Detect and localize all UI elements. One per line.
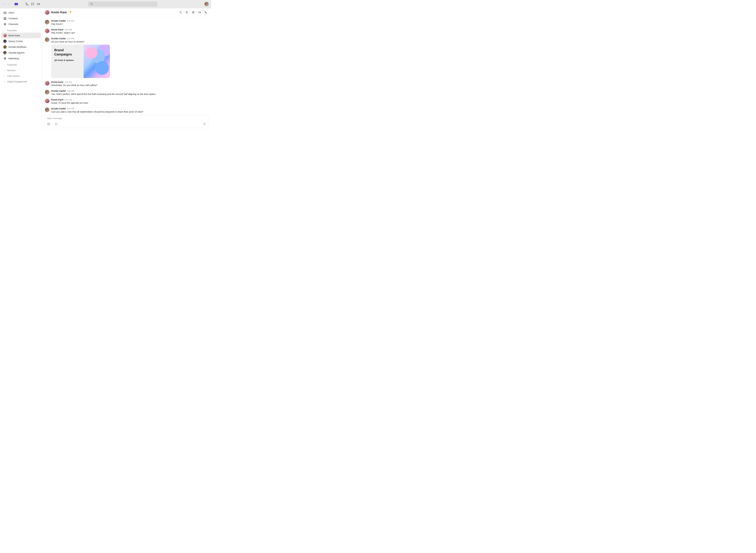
composer-input[interactable]: [47, 117, 206, 120]
message-list[interactable]: Kristin Carlel4:54 PM Hey Kevin! Kevin K…: [42, 16, 211, 115]
message-time: 4:54 PM: [65, 28, 72, 31]
current-user-avatar[interactable]: [204, 2, 209, 6]
message: Kevin Kare4:54 PM Hey Kristin, what's up…: [45, 27, 208, 36]
message-time: 4:54 PM: [67, 107, 74, 110]
attachment-subtitle: Q4 Goals & Updates: [54, 59, 81, 61]
message: Kevin Kare4:54 PM Absolutely. Do you thi…: [45, 80, 208, 89]
call-icon[interactable]: [24, 1, 29, 7]
sidebar-item-label: Kevin Kare: [8, 34, 20, 37]
presence-dot: [5, 53, 7, 55]
svg-point-10: [55, 123, 57, 125]
start-call-button[interactable]: [203, 10, 208, 15]
section-call-centers[interactable]: Call Centers: [1, 73, 41, 78]
section-channels[interactable]: Channels: [1, 61, 41, 67]
section-label: Recents: [7, 69, 15, 72]
chevron-up-icon: [3, 75, 6, 77]
avatar: [45, 37, 50, 42]
app-topbar: [0, 0, 211, 8]
attachment-card[interactable]: Brand CampaignsQ4 Goals & Updates: [51, 45, 110, 78]
nav-label: Contacts: [8, 17, 18, 20]
avatar: [3, 40, 7, 43]
svg-point-1: [90, 3, 92, 5]
topbar-quick-actions: [24, 1, 41, 7]
message-text: Great, I'll send the agenda out now!: [51, 101, 208, 104]
section-label: Digital Engagement: [7, 80, 27, 83]
section-digital-engagement[interactable]: Digital Engagement: [1, 78, 41, 84]
star-icon[interactable]: [69, 11, 72, 14]
section-recents[interactable]: Recents: [1, 67, 41, 73]
send-button[interactable]: [203, 123, 206, 126]
message: Kristin Carlel4:54 PM Can you add a note…: [45, 106, 208, 115]
avatar: [45, 81, 50, 85]
conversation-header: Kevin Kare: [42, 8, 211, 16]
message-text: Do you have an hour to review?: [51, 40, 208, 43]
inbox-icon: [3, 11, 7, 14]
conversation-pane: Kevin Kare Kristin Carlel4:54 PM Hey Kev…: [42, 8, 211, 131]
attachment-title: Brand Campaigns: [54, 48, 81, 56]
message-sender: Kevin Kare: [51, 28, 63, 31]
message-text: Absolutely. Do you think an hour will su…: [51, 84, 208, 87]
section-label: Favorites: [7, 29, 17, 32]
svg-rect-7: [198, 12, 200, 13]
favorite-channel-marketing[interactable]: Marketing: [1, 56, 41, 61]
traffic-light[interactable]: [5, 3, 7, 5]
message-sender: Kristin Carlel: [51, 19, 66, 22]
global-search[interactable]: [88, 2, 157, 7]
app-logo: [14, 2, 18, 6]
search-in-chat-button[interactable]: [178, 10, 183, 15]
chevron-up-icon: [3, 64, 6, 66]
search-icon: [90, 2, 93, 6]
add-people-button[interactable]: [184, 10, 189, 15]
traffic-light[interactable]: [2, 3, 4, 5]
sidebar-item-kevin[interactable]: Kevin Kare: [1, 32, 41, 38]
avatar: [45, 28, 50, 33]
nav-channels[interactable]: Channels: [1, 21, 41, 27]
sidebar-item-label: Danny Cortes: [8, 40, 23, 43]
search-input[interactable]: [94, 3, 155, 5]
message-time: 4:54 PM: [67, 90, 74, 92]
avatar: [45, 107, 50, 112]
message-text: Hey Kristin, what's up?: [51, 31, 208, 34]
hash-icon: [3, 22, 7, 26]
message: Kristin Carlel4:54 PM Hey Kevin!: [45, 19, 208, 27]
presence-dot: [207, 5, 209, 6]
divider: [52, 123, 53, 126]
message-text: Hey Kevin!: [51, 22, 208, 25]
sidebar: Inbox Contacts Channels Favorites Kevin …: [0, 8, 42, 131]
sidebar-item-danny[interactable]: Danny Cortes: [1, 38, 41, 44]
conversation-avatar[interactable]: [45, 10, 50, 15]
avatar: [3, 51, 7, 54]
start-video-button[interactable]: [197, 10, 202, 15]
chevron-up-icon: [3, 80, 6, 83]
message-composer[interactable]: [45, 115, 208, 128]
avatar: [45, 99, 50, 103]
hash-icon: [3, 57, 7, 60]
message-sender: Kevin Kare: [51, 98, 63, 101]
message-text: Yes, that's perfect. We'll spend the fir…: [51, 93, 208, 96]
chevron-up-icon: [3, 69, 6, 72]
chevron-down-icon: [3, 29, 6, 32]
traffic-light[interactable]: [8, 3, 10, 5]
nav-inbox[interactable]: Inbox: [1, 10, 41, 15]
message-time: 4:54 PM: [67, 37, 74, 40]
sidebar-item-claudia[interactable]: Claudia Aguirre: [1, 50, 41, 56]
section-favorites[interactable]: Favorites: [1, 27, 41, 32]
avatar: [45, 90, 50, 94]
message-time: 4:54 PM: [65, 99, 72, 101]
emoji-icon[interactable]: [55, 123, 58, 126]
screen-share-button[interactable]: [191, 10, 196, 15]
section-label: Call Centers: [7, 75, 20, 77]
sidebar-item-kendal[interactable]: Kendal Needham: [1, 44, 41, 50]
window-controls[interactable]: [2, 3, 10, 5]
video-icon[interactable]: [36, 1, 41, 7]
nav-label: Inbox: [8, 11, 14, 14]
svg-rect-2: [4, 17, 6, 20]
nav-contacts[interactable]: Contacts: [1, 15, 41, 21]
message-text: Can you add a note that all stakeholders…: [51, 110, 208, 113]
svg-point-3: [5, 18, 5, 19]
chat-icon[interactable]: [30, 1, 36, 7]
message: Kevin Kare4:54 PM Great, I'll send the a…: [45, 97, 208, 106]
message-time: 4:54 PM: [67, 20, 74, 22]
channel-label: Marketing: [8, 57, 19, 60]
attach-image-icon[interactable]: [47, 123, 50, 126]
